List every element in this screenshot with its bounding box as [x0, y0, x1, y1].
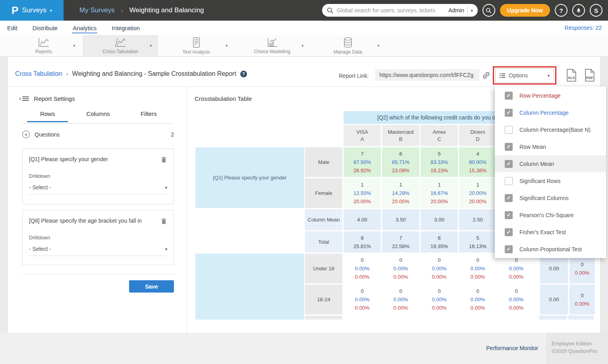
breadcrumb-separator-icon: ›	[121, 7, 123, 14]
report-link-label: Report Link:	[339, 73, 369, 79]
checkbox[interactable]: ✓	[505, 109, 513, 117]
tab-filters[interactable]: Filters	[124, 110, 174, 122]
footer: Performance Monitor Employee Edition ©20…	[0, 333, 608, 364]
export-xls-button[interactable]: XLS	[566, 69, 577, 83]
tool-reports[interactable]: Reports ▾	[6, 35, 81, 56]
option-significant-columns[interactable]: ✓ Significant Columns	[495, 189, 606, 206]
top-navbar: P Surveys ▾ My Surveys › Weighting and B…	[0, 0, 608, 21]
tab-rows[interactable]: Rows	[22, 110, 73, 122]
delete-question-button[interactable]	[160, 156, 167, 165]
checkbox[interactable]: ✓	[505, 245, 513, 253]
check-icon: ✓	[507, 144, 511, 150]
delete-question-button[interactable]	[160, 218, 167, 226]
tab-columns[interactable]: Columns	[73, 110, 123, 122]
checkbox[interactable]: ✓	[505, 126, 513, 134]
table-cell: 00.00%0.00%	[382, 254, 419, 283]
global-search[interactable]: Admin ▾	[322, 4, 478, 17]
table-cell: 685.71%23.08%	[382, 147, 419, 177]
checkbox[interactable]: ✓	[505, 177, 513, 185]
performance-monitor-link[interactable]: Performance Monitor	[486, 345, 538, 351]
table-cell: 00.00%0.00%	[344, 285, 381, 314]
nav-distribute[interactable]: Distribute	[32, 22, 58, 34]
table-row-column-mean: Column Mean 4.00 3.50 3.00 2.50	[305, 209, 496, 230]
breadcrumb-my-surveys[interactable]: My Surveys	[79, 6, 115, 14]
total-cell: 00.00%	[569, 254, 595, 283]
search-scope-dropdown-icon[interactable]: ▾	[471, 8, 473, 13]
tool-manage-data[interactable]: Manage Data ▾	[310, 35, 386, 56]
report-link-field[interactable]: https://www.questionpro.com/t/lFFCZg	[375, 69, 479, 81]
options-button[interactable]: Options ▾	[495, 68, 554, 83]
option-column-mean[interactable]: ✓ Column Mean	[495, 155, 606, 172]
checkbox[interactable]: ✓	[505, 143, 513, 151]
search-submit-button[interactable]	[483, 4, 495, 17]
document-icon	[191, 37, 201, 48]
save-button[interactable]: Save	[129, 280, 174, 293]
panel-title: Report Settings	[34, 95, 75, 102]
checkbox[interactable]: ✓	[505, 228, 513, 236]
divider	[22, 123, 174, 124]
help-button[interactable]: ?	[555, 4, 567, 17]
option-row-mean[interactable]: ✓ Row Mean	[495, 138, 606, 155]
help-icon[interactable]: ?	[240, 71, 247, 77]
caret-down-icon[interactable]: ▾	[150, 44, 152, 48]
table-cell: 00.00%0.00%	[421, 285, 458, 314]
table-cell: 00.00%0.00%	[344, 254, 381, 283]
drilldown-label: Drilldown	[29, 235, 167, 241]
analytics-toolbar: Reports ▾ Cross-Tabulation ▾ Text Analys…	[0, 35, 608, 57]
check-icon: ✓	[507, 246, 511, 252]
checkbox[interactable]: ✓	[505, 211, 513, 219]
global-search-input[interactable]	[337, 7, 445, 13]
copy-link-button[interactable]	[482, 71, 490, 81]
checkbox[interactable]: ✓	[505, 194, 513, 202]
crosstab-title: Crosstabulation Table	[195, 95, 252, 102]
tool-text-analysis[interactable]: Text Analysis ▾	[158, 35, 234, 56]
responses-count: Responses: 22	[565, 25, 608, 31]
divider	[187, 87, 187, 333]
question-card-q8: [Q8] Please specify the age bracket you …	[22, 210, 174, 265]
options-label: Options	[509, 72, 528, 79]
tool-cross-tabulation[interactable]: Cross-Tabulation ▾	[83, 35, 158, 56]
product-label: Surveys	[22, 6, 46, 14]
edition-label: Employee Edition	[552, 340, 608, 347]
caret-down-icon[interactable]: ▾	[377, 44, 379, 48]
column-header-visa: VISAA	[344, 125, 381, 146]
table-cell: 116.67%20.00%	[421, 178, 458, 208]
add-question-button[interactable]: +	[22, 131, 30, 138]
option-column-percentage[interactable]: ✓ Column Percentage	[495, 104, 606, 121]
checkbox[interactable]: ✓	[505, 92, 513, 100]
collapse-panel-button[interactable]: ‹	[19, 95, 29, 102]
account-avatar[interactable]: S	[590, 4, 602, 17]
caret-down-icon[interactable]: ▾	[226, 44, 228, 48]
checkbox[interactable]: ✓	[505, 160, 513, 168]
tool-choice-modelling[interactable]: Choice Modelling ▾	[234, 35, 310, 56]
table-row-stub	[568, 316, 594, 320]
option-column-percentage-base-n[interactable]: ✓ Column Percentage(Base N)	[495, 121, 606, 138]
drilldown-select[interactable]: - Select - ▾	[29, 246, 167, 256]
table-row-female: Female 112.50%20.00% 114.29%20.00% 116.6…	[305, 178, 496, 208]
product-switcher[interactable]: P Surveys ▾	[0, 0, 64, 21]
export-pdf-button[interactable]: PDF	[584, 69, 595, 83]
notifications-button[interactable]	[572, 4, 585, 17]
row-label: Under 18	[305, 254, 342, 283]
table-row-under18: Under 18 00.00%0.00% 00.00%0.00% 00.00%0…	[305, 254, 595, 283]
check-icon: ✓	[507, 92, 511, 98]
nav-analytics[interactable]: Analytics	[72, 22, 97, 34]
table-cell: 825.81%	[344, 231, 381, 252]
option-column-proportional-test[interactable]: ✓ Column Proportional Test	[495, 241, 606, 258]
table-cell: 3.00	[421, 209, 458, 230]
cross-tabulation-link[interactable]: Cross Tabulation	[15, 70, 62, 77]
select-value: - Select -	[29, 246, 51, 252]
table-cell: 480.00%15.38%	[459, 147, 496, 177]
option-row-percentage[interactable]: ✓ Row Percentage	[495, 87, 606, 104]
caret-down-icon[interactable]: ▾	[73, 44, 75, 48]
table-cell: 00.00%0.00%	[498, 254, 535, 283]
option-pearsons-chi-square[interactable]: ✓ Pearson's Chi-Square	[495, 206, 606, 223]
option-fishers-exact-test[interactable]: ✓ Fisher's Exact Test	[495, 223, 606, 241]
annotation-highlight: Options ▾	[493, 66, 556, 85]
caret-down-icon[interactable]: ▾	[301, 44, 303, 48]
drilldown-select[interactable]: - Select - ▾	[29, 184, 167, 195]
option-significant-rows[interactable]: ✓ Significant Rows	[495, 172, 606, 189]
nav-integration[interactable]: Integration	[111, 22, 141, 34]
upgrade-now-button[interactable]: Upgrade Now	[500, 4, 550, 17]
nav-edit[interactable]: Edit	[6, 22, 18, 34]
